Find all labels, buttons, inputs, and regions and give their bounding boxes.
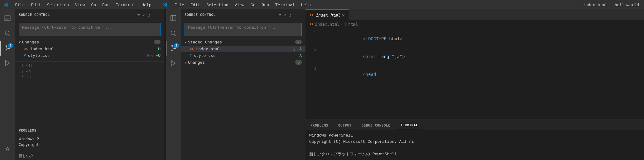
menu-run-right[interactable]: Run xyxy=(259,0,272,9)
breadcrumb-file-2[interactable]: index.html xyxy=(315,22,339,27)
line-content-3-2[interactable]: <head xyxy=(321,66,376,84)
changes-section-2[interactable]: ∨ Changes 0 xyxy=(181,59,305,66)
activity-explorer-right[interactable] xyxy=(166,11,181,26)
staged-section-2[interactable]: ∨ Staged Changes 2 xyxy=(181,38,305,46)
menu-edit-left[interactable]: Edit xyxy=(28,0,44,9)
commit-input-2[interactable] xyxy=(185,23,302,36)
right-activity-bar: 2 xyxy=(166,9,181,160)
file-name-style-2: style.css xyxy=(194,53,299,58)
changes-badge-2: 0 xyxy=(295,60,302,65)
vscode-icon-left xyxy=(0,2,12,7)
refresh-icon-2[interactable]: ↺ xyxy=(289,12,291,18)
commit-input-1[interactable] xyxy=(19,23,161,36)
staged-badge-2: 2 xyxy=(295,40,302,44)
check-icon-1[interactable]: ✓ xyxy=(142,12,145,18)
activity-scm-left[interactable]: 2 xyxy=(0,41,15,56)
menu-selection-left[interactable]: Selection xyxy=(44,0,72,9)
tab-problems-2[interactable]: PROBLEMS xyxy=(305,121,333,130)
file-status-index-2: A xyxy=(299,47,302,51)
activity-search-right[interactable] xyxy=(166,26,181,41)
activity-search-left[interactable] xyxy=(0,26,15,41)
tab-label-2: index.html xyxy=(315,13,340,18)
panel-title-1: SOURCE CONTROL xyxy=(19,13,137,17)
file-name-index-2: index.html xyxy=(196,47,293,51)
menu-view-left[interactable]: View xyxy=(72,0,88,9)
file-add-icon-1[interactable]: + xyxy=(156,53,158,58)
activity-debug-left[interactable] xyxy=(0,56,15,71)
token-eq: = xyxy=(389,54,392,59)
menu-go-left[interactable]: Go xyxy=(88,0,99,9)
chevron-changes-2: ∨ xyxy=(185,60,187,64)
line-content-p2: <h xyxy=(26,69,31,73)
refresh-icon-1[interactable]: ↺ xyxy=(147,12,150,18)
main-layout: 2 SOURCE CONTROL ≡ ✓ ↺ ··· ∨ xyxy=(0,9,644,160)
file-item-style-css-1[interactable]: # style.css ⎘ ↺ + U xyxy=(15,52,164,59)
tab-debug-console-2[interactable]: DEBUG CONSOLE xyxy=(357,121,396,130)
activity-debug-right[interactable] xyxy=(166,56,181,71)
svg-line-6 xyxy=(175,34,176,36)
more-icon-2[interactable]: ··· xyxy=(294,12,302,18)
more-icon-1[interactable]: ··· xyxy=(153,12,161,18)
activity-scm-right[interactable]: 2 xyxy=(166,41,181,56)
list-icon-2[interactable]: ≡ xyxy=(278,12,281,18)
line-content-p1: <!| xyxy=(26,63,33,68)
line-content-1-2[interactable]: <!DOCTYPE html> xyxy=(321,30,402,48)
svg-line-2 xyxy=(9,34,10,36)
terminal-line-3 xyxy=(19,148,161,153)
tab-close-2[interactable]: × xyxy=(342,12,345,18)
terminal-line-japanese: 新しいクロスプラットフォームの PowerShell xyxy=(309,151,640,158)
file-item-index-html-2[interactable]: <> index.html ⎘ — A xyxy=(181,46,305,52)
breadcrumb-2: <> index.html › ⬡ html xyxy=(305,20,644,28)
changes-section-1[interactable]: ∨ Changes 2 xyxy=(15,38,164,46)
menu-edit-right[interactable]: Edit xyxy=(187,0,203,9)
breadcrumb-html-tag-2[interactable]: html xyxy=(348,22,358,27)
tab-terminal-2[interactable]: TERMINAL xyxy=(395,121,423,130)
menu-terminal-left[interactable]: Terminal xyxy=(113,0,139,9)
right-menu-section: File Edit Selection View Go Run Terminal… xyxy=(159,0,314,9)
changes-badge-1: 2 xyxy=(154,40,161,44)
menu-selection-right[interactable]: Selection xyxy=(203,0,231,9)
left-activity-bar: 2 xyxy=(0,9,15,160)
file-unstage-icon-2[interactable]: — xyxy=(297,47,299,51)
line-content-2-2[interactable]: <html lang="ja"> xyxy=(321,48,405,66)
panels-container: SOURCE CONTROL ≡ ✓ ↺ ··· ∨ Changes 2 <> … xyxy=(15,9,644,160)
activity-explorer-left[interactable] xyxy=(0,11,15,26)
panel-actions-2: ≡ ✓ ↺ ··· xyxy=(278,12,302,18)
menu-help-right[interactable]: Help xyxy=(298,0,314,9)
menu-view-right[interactable]: View xyxy=(232,0,248,9)
menu-go-right[interactable]: Go xyxy=(248,0,259,9)
terminal-line-win: Windows PowerShell xyxy=(309,132,640,139)
check-icon-2[interactable]: ✓ xyxy=(284,12,286,18)
file-copy-icon-2[interactable]: ⎘ xyxy=(293,47,295,51)
svg-rect-4 xyxy=(171,16,176,21)
chevron-changes-1: ∨ xyxy=(19,40,21,44)
token-space xyxy=(376,54,378,59)
list-icon-1[interactable]: ≡ xyxy=(137,12,140,18)
token-doctype: !DOCTYPE xyxy=(366,37,387,42)
line-num-3-2: 3 xyxy=(305,66,321,84)
file-name-style-1: style.css xyxy=(28,53,147,58)
file-status-css-1: U xyxy=(158,53,161,58)
panel-header-2: SOURCE CONTROL ≡ ✓ ↺ ··· xyxy=(181,9,305,20)
tab-index-html-2[interactable]: <> index.html × xyxy=(305,9,349,20)
file-actions-css-1: ⎘ ↺ + xyxy=(147,53,158,58)
file-status-css-2: A xyxy=(299,53,302,58)
menu-file-right[interactable]: File xyxy=(171,0,187,9)
file-revert-icon-1[interactable]: ↺ xyxy=(151,53,154,58)
activity-extensions-left[interactable] xyxy=(0,142,15,158)
menu-help-left[interactable]: Help xyxy=(138,0,154,9)
menu-run-left[interactable]: Run xyxy=(99,0,113,9)
menu-file-left[interactable]: File xyxy=(12,0,28,9)
file-item-style-css-2[interactable]: # style.css A xyxy=(181,52,305,59)
problems-label[interactable]: PROBLEMS xyxy=(19,128,36,132)
file-status-index-1: U xyxy=(158,47,161,51)
menu-terminal-right[interactable]: Terminal xyxy=(272,0,298,9)
file-open-icon-1[interactable]: ⎘ xyxy=(147,53,150,58)
code-line-2-2: 2 <html lang="ja"> xyxy=(305,48,644,66)
token-lang-val: "ja" xyxy=(392,54,402,59)
tab-html-icon-2: <> xyxy=(309,13,314,17)
svg-point-1 xyxy=(5,31,9,35)
file-item-index-html-1[interactable]: <> index.html U xyxy=(15,46,164,52)
tab-output-2[interactable]: OUTPUT xyxy=(333,121,357,130)
file-actions-index-2: ⎘ — xyxy=(293,47,299,51)
